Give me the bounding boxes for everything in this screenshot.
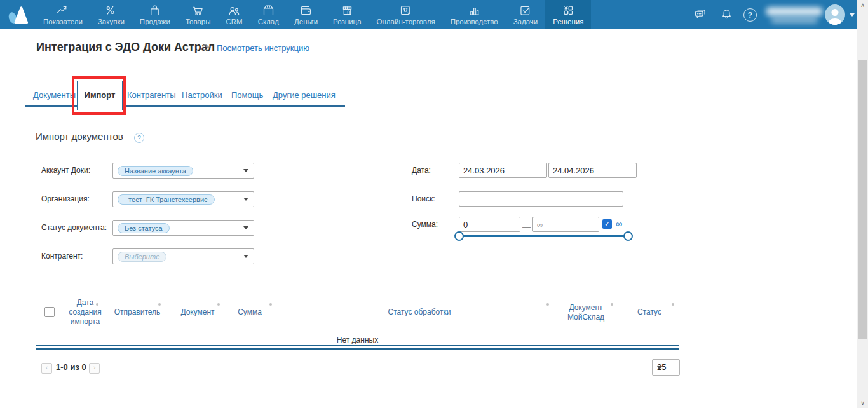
nav-item-sales[interactable]: Продажи xyxy=(132,0,178,29)
user-name-redacted xyxy=(766,7,823,16)
nav-item-money[interactable]: Деньги xyxy=(287,0,325,29)
nav-item-production[interactable]: Производство xyxy=(443,0,506,29)
chevron-down-icon xyxy=(243,226,248,229)
nav-item-label: Производство xyxy=(451,18,498,25)
user-menu-chevron-down-icon[interactable] xyxy=(850,13,855,17)
chat-icon[interactable] xyxy=(694,8,707,24)
column-header-processing-status[interactable]: Статус обработки xyxy=(384,308,454,317)
sort-indicator-dot xyxy=(158,303,161,306)
nav-item-label: Решения xyxy=(553,18,583,25)
scroll-up-icon[interactable]: ∧ xyxy=(857,0,868,10)
organization-chip: _тест_ГК Транстехсервис xyxy=(118,194,215,205)
nav-item-crm[interactable]: CRM xyxy=(218,0,250,29)
pagination-range: 1-0 из 0 xyxy=(56,362,86,372)
date-to-input[interactable] xyxy=(548,163,637,178)
sum-slider-track[interactable] xyxy=(459,235,628,237)
apps-grid-icon xyxy=(562,4,575,17)
scroll-down-icon[interactable]: ∨ xyxy=(857,398,868,408)
screen: Показатели Закупки Продажи Товары xyxy=(0,0,868,408)
next-page-button[interactable]: › xyxy=(89,363,100,374)
page-size-select[interactable]: 25 xyxy=(652,359,680,376)
column-header-sender[interactable]: Отправитель xyxy=(112,308,163,317)
nav-item-online-trade[interactable]: Онлайн-торговля xyxy=(369,0,443,29)
help-icon-glyph: ? xyxy=(748,11,752,20)
tab-counterparties[interactable]: Контрагенты xyxy=(127,90,176,100)
sum-slider-handle-left[interactable] xyxy=(454,231,464,241)
chevron-down-icon xyxy=(243,169,248,172)
counterparty-placeholder-chip: Выберите xyxy=(118,252,166,262)
infinity-label: ∞ xyxy=(616,219,622,229)
sum-from-input[interactable] xyxy=(459,217,520,232)
online-shop-icon xyxy=(399,4,412,17)
search-input[interactable] xyxy=(459,191,623,207)
refresh-icon[interactable]: ⟳ xyxy=(202,42,210,53)
checkbox-check-icon xyxy=(519,4,532,17)
nav-item-label: CRM xyxy=(226,18,242,25)
chevron-right-icon: › xyxy=(93,364,96,371)
user-company-redacted xyxy=(771,17,818,24)
column-header-moysklad-document[interactable]: Документ МойСклад xyxy=(560,303,611,322)
scrollbar-thumb[interactable] xyxy=(858,60,867,339)
doc-status-select[interactable]: Без статуса xyxy=(112,220,254,236)
tab-documents[interactable]: Документы xyxy=(33,90,76,100)
sort-indicator-dot xyxy=(611,303,613,306)
moysklad-logo-icon xyxy=(6,4,30,25)
sort-indicator-dot xyxy=(546,303,549,306)
top-navigation-bar: Показатели Закупки Продажи Товары xyxy=(0,0,868,29)
user-silhouette-icon xyxy=(825,4,845,25)
scroll-down-glyph: ∨ xyxy=(860,400,865,406)
column-header-document[interactable]: Документ xyxy=(175,308,220,317)
moysklad-logo[interactable] xyxy=(6,4,30,28)
page-title: Интеграция с ЭДО Доки Астрал xyxy=(36,41,215,54)
nav-item-purchases[interactable]: Закупки xyxy=(90,0,132,29)
tab-other-solutions[interactable]: Другие решения xyxy=(273,90,336,100)
storefront-icon xyxy=(341,4,354,17)
nav-item-retail[interactable]: Розница xyxy=(325,0,369,29)
notifications-bell-icon[interactable] xyxy=(720,8,733,24)
nav-item-label: Склад xyxy=(258,18,279,25)
counterparty-select[interactable]: Выберите xyxy=(112,248,254,264)
sum-label: Сумма: xyxy=(412,220,438,229)
help-icon[interactable]: ? xyxy=(743,8,757,22)
infinity-checkbox[interactable]: ✓ xyxy=(602,219,612,229)
organization-label: Организация: xyxy=(41,194,90,203)
column-header-sum[interactable]: Сумма xyxy=(231,308,269,317)
sum-range-separator: — xyxy=(522,222,531,231)
shopping-cart-icon xyxy=(191,4,205,17)
column-header-status[interactable]: Статус xyxy=(630,308,668,317)
percent-icon xyxy=(104,4,118,17)
date-from-input[interactable] xyxy=(459,163,547,178)
prev-page-button[interactable]: ‹ xyxy=(41,363,52,374)
section-help-icon[interactable]: ? xyxy=(134,133,144,143)
chevron-down-icon xyxy=(657,366,662,369)
account-label: Аккаунт Доки: xyxy=(41,166,90,175)
package-icon xyxy=(262,4,275,17)
organization-select[interactable]: _тест_ГК Транстехсервис xyxy=(112,191,254,207)
view-instruction-link[interactable]: Посмотреть инструкцию xyxy=(217,43,309,53)
question-glyph: ? xyxy=(137,135,141,142)
table-bottom-divider xyxy=(36,345,679,350)
column-header-import-date[interactable]: Дата создания импорта xyxy=(63,298,107,327)
sort-indicator-dot xyxy=(96,303,98,306)
account-select[interactable]: Название аккаунта xyxy=(112,163,254,179)
nav-item-indicators[interactable]: Показатели xyxy=(36,0,90,29)
nav-item-warehouse[interactable]: Склад xyxy=(250,0,287,29)
nav-item-label: Продажи xyxy=(140,18,170,25)
tab-help[interactable]: Помощь xyxy=(231,90,263,100)
tab-settings[interactable]: Настройки xyxy=(182,90,222,100)
sum-to-input[interactable] xyxy=(532,217,599,232)
counterparty-label: Контрагент: xyxy=(41,252,83,261)
wallet-icon xyxy=(299,4,313,17)
nav-item-tasks[interactable]: Задачи xyxy=(506,0,546,29)
nav-item-goods[interactable]: Товары xyxy=(178,0,219,29)
nav-item-label: Розница xyxy=(333,18,361,25)
check-icon: ✓ xyxy=(604,220,610,228)
select-all-checkbox[interactable] xyxy=(44,307,55,317)
scroll-up-glyph: ∧ xyxy=(860,2,865,8)
nav-item-solutions[interactable]: Решения xyxy=(545,0,591,29)
chevron-down-icon xyxy=(243,198,248,201)
empty-table-message: Нет данных xyxy=(36,336,679,344)
sum-slider-handle-right[interactable] xyxy=(623,231,633,241)
vertical-scrollbar[interactable]: ∧ ∨ xyxy=(857,0,868,408)
avatar[interactable] xyxy=(825,4,845,25)
